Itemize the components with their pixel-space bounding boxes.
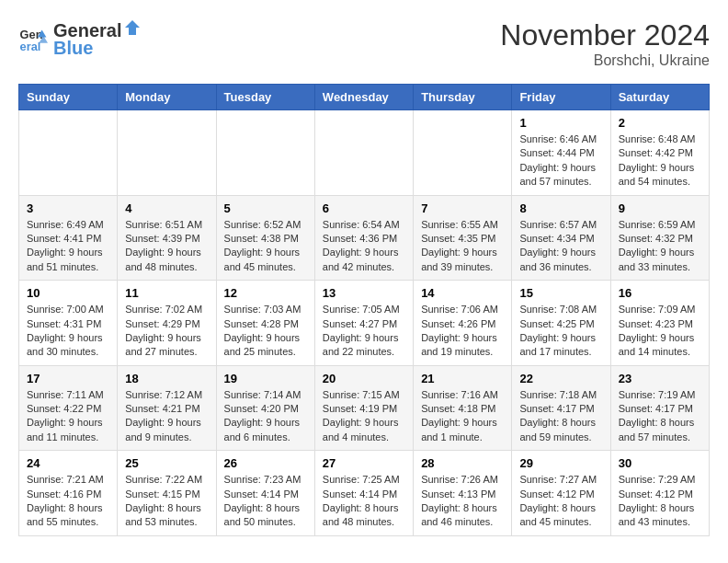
col-header-wednesday: Wednesday: [314, 85, 413, 110]
calendar-cell: 10Sunrise: 7:00 AMSunset: 4:31 PMDayligh…: [19, 281, 118, 366]
day-info: Sunrise: 6:46 AMSunset: 4:44 PMDaylight:…: [519, 132, 602, 190]
day-info: Sunrise: 7:02 AMSunset: 4:29 PMDaylight:…: [125, 303, 208, 360]
day-info: Sunrise: 7:19 AMSunset: 4:17 PMDaylight:…: [619, 388, 701, 445]
calendar-cell: 24Sunrise: 7:21 AMSunset: 4:16 PMDayligh…: [19, 451, 118, 536]
calendar-cell: [216, 110, 314, 196]
calendar-cell: 22Sunrise: 7:18 AMSunset: 4:17 PMDayligh…: [512, 365, 610, 451]
day-number: 13: [323, 286, 405, 300]
logo: Gen eral General Blue: [18, 18, 142, 59]
calendar-cell: 18Sunrise: 7:12 AMSunset: 4:21 PMDayligh…: [118, 365, 216, 451]
week-row-4: 17Sunrise: 7:11 AMSunset: 4:22 PMDayligh…: [19, 365, 710, 451]
calendar-cell: 12Sunrise: 7:03 AMSunset: 4:28 PMDayligh…: [216, 281, 314, 366]
calendar-cell: 25Sunrise: 7:22 AMSunset: 4:15 PMDayligh…: [118, 451, 216, 536]
day-info: Sunrise: 6:55 AMSunset: 4:35 PMDaylight:…: [421, 218, 504, 275]
col-header-thursday: Thursday: [414, 85, 512, 110]
week-row-3: 10Sunrise: 7:00 AMSunset: 4:31 PMDayligh…: [19, 281, 710, 366]
calendar-cell: 6Sunrise: 6:54 AMSunset: 4:36 PMDaylight…: [314, 195, 413, 281]
calendar-cell: 9Sunrise: 6:59 AMSunset: 4:32 PMDaylight…: [610, 195, 709, 281]
calendar-cell: 30Sunrise: 7:29 AMSunset: 4:12 PMDayligh…: [610, 451, 709, 536]
calendar-cell: 27Sunrise: 7:25 AMSunset: 4:14 PMDayligh…: [314, 451, 413, 536]
day-number: 22: [519, 372, 602, 385]
day-info: Sunrise: 7:14 AMSunset: 4:20 PMDaylight:…: [224, 388, 307, 445]
day-info: Sunrise: 7:29 AMSunset: 4:12 PMDaylight:…: [619, 473, 701, 530]
calendar-cell: 21Sunrise: 7:16 AMSunset: 4:18 PMDayligh…: [414, 365, 512, 451]
logo-icon: Gen eral: [18, 24, 48, 53]
day-number: 4: [125, 201, 208, 215]
day-number: 3: [27, 201, 109, 215]
day-number: 16: [619, 286, 701, 300]
calendar-cell: 3Sunrise: 6:49 AMSunset: 4:41 PMDaylight…: [19, 195, 118, 281]
calendar-cell: 19Sunrise: 7:14 AMSunset: 4:20 PMDayligh…: [216, 365, 314, 451]
day-number: 23: [619, 372, 701, 385]
calendar-table: SundayMondayTuesdayWednesdayThursdayFrid…: [18, 84, 710, 536]
day-number: 25: [125, 456, 208, 470]
calendar-cell: 8Sunrise: 6:57 AMSunset: 4:34 PMDaylight…: [512, 195, 610, 281]
day-info: Sunrise: 7:09 AMSunset: 4:23 PMDaylight:…: [619, 303, 701, 360]
day-number: 12: [224, 286, 307, 300]
col-header-saturday: Saturday: [610, 85, 709, 110]
day-info: Sunrise: 7:03 AMSunset: 4:28 PMDaylight:…: [224, 303, 307, 360]
header-row: SundayMondayTuesdayWednesdayThursdayFrid…: [19, 85, 710, 110]
title-area: November 2024 Borshchi, Ukraine: [500, 18, 710, 69]
calendar-cell: 4Sunrise: 6:51 AMSunset: 4:39 PMDaylight…: [118, 195, 216, 281]
day-number: 5: [224, 201, 307, 215]
header: Gen eral General Blue November 2024 Bors…: [18, 18, 710, 69]
calendar-cell: 2Sunrise: 6:48 AMSunset: 4:42 PMDaylight…: [610, 110, 709, 196]
day-info: Sunrise: 7:21 AMSunset: 4:16 PMDaylight:…: [27, 473, 109, 530]
col-header-friday: Friday: [512, 85, 610, 110]
day-number: 17: [27, 372, 109, 385]
week-row-5: 24Sunrise: 7:21 AMSunset: 4:16 PMDayligh…: [19, 451, 710, 536]
day-info: Sunrise: 6:49 AMSunset: 4:41 PMDaylight:…: [27, 218, 109, 275]
day-number: 24: [27, 456, 109, 470]
day-number: 30: [619, 456, 701, 470]
col-header-monday: Monday: [118, 85, 216, 110]
calendar-cell: 1Sunrise: 6:46 AMSunset: 4:44 PMDaylight…: [512, 110, 610, 196]
day-info: Sunrise: 6:54 AMSunset: 4:36 PMDaylight:…: [323, 218, 405, 275]
day-info: Sunrise: 7:11 AMSunset: 4:22 PMDaylight:…: [27, 388, 109, 445]
day-number: 7: [421, 201, 504, 215]
day-info: Sunrise: 7:26 AMSunset: 4:13 PMDaylight:…: [421, 473, 504, 530]
calendar-cell: 11Sunrise: 7:02 AMSunset: 4:29 PMDayligh…: [118, 281, 216, 366]
week-row-1: 1Sunrise: 6:46 AMSunset: 4:44 PMDaylight…: [19, 110, 710, 196]
calendar-cell: 17Sunrise: 7:11 AMSunset: 4:22 PMDayligh…: [19, 365, 118, 451]
day-info: Sunrise: 7:06 AMSunset: 4:26 PMDaylight:…: [421, 303, 504, 360]
day-number: 9: [619, 201, 701, 215]
calendar-cell: 16Sunrise: 7:09 AMSunset: 4:23 PMDayligh…: [610, 281, 709, 366]
day-info: Sunrise: 7:23 AMSunset: 4:14 PMDaylight:…: [224, 473, 307, 530]
day-info: Sunrise: 7:05 AMSunset: 4:27 PMDaylight:…: [323, 303, 405, 360]
day-number: 8: [519, 201, 602, 215]
day-info: Sunrise: 6:51 AMSunset: 4:39 PMDaylight:…: [125, 218, 208, 275]
location-title: Borshchi, Ukraine: [500, 52, 710, 69]
calendar-cell: 5Sunrise: 6:52 AMSunset: 4:38 PMDaylight…: [216, 195, 314, 281]
day-info: Sunrise: 6:57 AMSunset: 4:34 PMDaylight:…: [519, 218, 602, 275]
calendar-cell: 29Sunrise: 7:27 AMSunset: 4:12 PMDayligh…: [512, 451, 610, 536]
day-info: Sunrise: 7:15 AMSunset: 4:19 PMDaylight:…: [323, 388, 405, 445]
calendar-cell: 23Sunrise: 7:19 AMSunset: 4:17 PMDayligh…: [610, 365, 709, 451]
calendar-cell: 15Sunrise: 7:08 AMSunset: 4:25 PMDayligh…: [512, 281, 610, 366]
calendar-cell: 28Sunrise: 7:26 AMSunset: 4:13 PMDayligh…: [414, 451, 512, 536]
day-info: Sunrise: 7:08 AMSunset: 4:25 PMDaylight:…: [519, 303, 602, 360]
day-number: 18: [125, 372, 208, 385]
day-number: 11: [125, 286, 208, 300]
day-number: 21: [421, 372, 504, 385]
calendar-cell: 7Sunrise: 6:55 AMSunset: 4:35 PMDaylight…: [414, 195, 512, 281]
calendar-cell: 14Sunrise: 7:06 AMSunset: 4:26 PMDayligh…: [414, 281, 512, 366]
day-number: 15: [519, 286, 602, 300]
calendar-cell: [314, 110, 413, 196]
calendar-cell: [19, 110, 118, 196]
col-header-sunday: Sunday: [19, 85, 118, 110]
day-info: Sunrise: 6:59 AMSunset: 4:32 PMDaylight:…: [619, 218, 701, 275]
day-number: 27: [323, 456, 405, 470]
calendar-cell: 13Sunrise: 7:05 AMSunset: 4:27 PMDayligh…: [314, 281, 413, 366]
day-info: Sunrise: 7:16 AMSunset: 4:18 PMDaylight:…: [421, 388, 504, 445]
day-number: 14: [421, 286, 504, 300]
day-info: Sunrise: 7:25 AMSunset: 4:14 PMDaylight:…: [323, 473, 405, 530]
calendar-cell: 20Sunrise: 7:15 AMSunset: 4:19 PMDayligh…: [314, 365, 413, 451]
logo-bird-icon: [123, 18, 142, 37]
day-info: Sunrise: 6:48 AMSunset: 4:42 PMDaylight:…: [619, 132, 701, 190]
day-info: Sunrise: 7:27 AMSunset: 4:12 PMDaylight:…: [519, 473, 602, 530]
day-number: 2: [619, 116, 701, 130]
day-number: 28: [421, 456, 504, 470]
day-number: 6: [323, 201, 405, 215]
week-row-2: 3Sunrise: 6:49 AMSunset: 4:41 PMDaylight…: [19, 195, 710, 281]
